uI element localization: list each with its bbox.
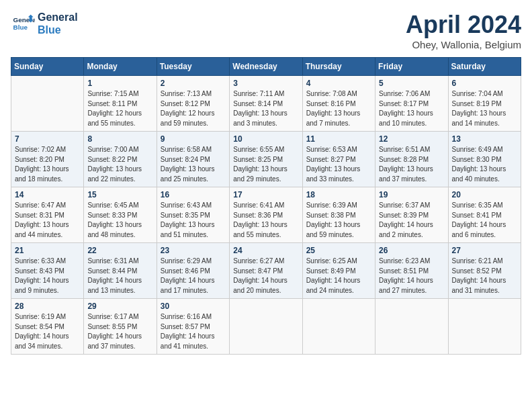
day-number: 3	[233, 79, 298, 88]
day-cell	[11, 76, 84, 132]
day-cell: 12Sunrise: 6:51 AMSunset: 8:28 PMDayligh…	[375, 132, 448, 187]
day-info: Sunrise: 6:33 AMSunset: 8:43 PMDaylight:…	[15, 257, 80, 295]
day-number: 10	[233, 134, 298, 144]
day-number: 5	[379, 79, 444, 88]
day-number: 25	[306, 246, 371, 255]
day-cell: 11Sunrise: 6:53 AMSunset: 8:27 PMDayligh…	[302, 132, 375, 187]
day-info: Sunrise: 6:35 AMSunset: 8:41 PMDaylight:…	[452, 201, 517, 240]
day-number: 24	[233, 246, 298, 255]
column-header-tuesday: Tuesday	[157, 58, 229, 76]
month-title: April 2024	[406, 11, 521, 39]
day-number: 19	[379, 190, 444, 199]
day-cell: 14Sunrise: 6:47 AMSunset: 8:31 PMDayligh…	[11, 187, 84, 243]
day-info: Sunrise: 6:39 AMSunset: 8:38 PMDaylight:…	[306, 201, 371, 240]
day-cell: 22Sunrise: 6:31 AMSunset: 8:44 PMDayligh…	[84, 243, 157, 299]
day-cell: 18Sunrise: 6:39 AMSunset: 8:38 PMDayligh…	[302, 187, 375, 243]
day-number: 13	[452, 134, 517, 144]
day-cell: 20Sunrise: 6:35 AMSunset: 8:41 PMDayligh…	[448, 187, 521, 243]
column-header-thursday: Thursday	[302, 58, 375, 76]
day-cell: 19Sunrise: 6:37 AMSunset: 8:39 PMDayligh…	[375, 187, 448, 243]
day-number: 11	[306, 134, 371, 144]
day-number: 26	[379, 246, 444, 255]
day-info: Sunrise: 6:23 AMSunset: 8:51 PMDaylight:…	[379, 257, 444, 295]
day-number: 14	[15, 190, 80, 199]
day-number: 30	[161, 302, 226, 311]
week-row-3: 14Sunrise: 6:47 AMSunset: 8:31 PMDayligh…	[11, 187, 521, 243]
day-number: 12	[379, 134, 444, 144]
week-row-1: 1Sunrise: 7:15 AMSunset: 8:11 PMDaylight…	[11, 76, 521, 132]
day-number: 4	[306, 79, 371, 88]
svg-text:Blue: Blue	[13, 24, 28, 31]
page-header: General Blue General Blue April 2024 Ohe…	[11, 11, 521, 50]
logo-icon: General Blue	[11, 11, 35, 36]
column-header-saturday: Saturday	[448, 58, 521, 76]
day-info: Sunrise: 6:47 AMSunset: 8:31 PMDaylight:…	[15, 201, 80, 240]
day-number: 8	[87, 134, 152, 144]
day-info: Sunrise: 7:13 AMSunset: 8:12 PMDaylight:…	[161, 89, 226, 128]
location: Ohey, Wallonia, Belgium	[406, 39, 521, 50]
day-cell: 5Sunrise: 7:06 AMSunset: 8:17 PMDaylight…	[375, 76, 448, 132]
day-cell: 26Sunrise: 6:23 AMSunset: 8:51 PMDayligh…	[375, 243, 448, 299]
day-info: Sunrise: 6:27 AMSunset: 8:47 PMDaylight:…	[233, 257, 298, 295]
week-row-2: 7Sunrise: 7:02 AMSunset: 8:20 PMDaylight…	[11, 132, 521, 187]
day-cell: 15Sunrise: 6:45 AMSunset: 8:33 PMDayligh…	[84, 187, 157, 243]
day-cell: 16Sunrise: 6:43 AMSunset: 8:35 PMDayligh…	[157, 187, 229, 243]
day-number: 2	[161, 79, 226, 88]
day-cell: 13Sunrise: 6:49 AMSunset: 8:30 PMDayligh…	[448, 132, 521, 187]
day-cell: 10Sunrise: 6:55 AMSunset: 8:25 PMDayligh…	[230, 132, 302, 187]
header-row: SundayMondayTuesdayWednesdayThursdayFrid…	[11, 58, 521, 76]
title-block: April 2024 Ohey, Wallonia, Belgium	[406, 11, 521, 50]
day-number: 7	[15, 134, 80, 144]
day-cell: 25Sunrise: 6:25 AMSunset: 8:49 PMDayligh…	[302, 243, 375, 299]
day-cell	[230, 299, 302, 355]
day-info: Sunrise: 6:16 AMSunset: 8:57 PMDaylight:…	[161, 312, 226, 351]
day-info: Sunrise: 6:53 AMSunset: 8:27 PMDaylight:…	[306, 145, 371, 184]
day-cell: 23Sunrise: 6:29 AMSunset: 8:46 PMDayligh…	[157, 243, 229, 299]
day-cell	[375, 299, 448, 355]
day-cell: 29Sunrise: 6:17 AMSunset: 8:55 PMDayligh…	[84, 299, 157, 355]
day-cell: 1Sunrise: 7:15 AMSunset: 8:11 PMDaylight…	[84, 76, 157, 132]
day-info: Sunrise: 7:06 AMSunset: 8:17 PMDaylight:…	[379, 89, 444, 128]
day-cell	[302, 299, 375, 355]
day-number: 1	[87, 79, 152, 88]
day-info: Sunrise: 6:51 AMSunset: 8:28 PMDaylight:…	[379, 145, 444, 184]
day-cell	[448, 299, 521, 355]
day-number: 27	[452, 246, 517, 255]
column-header-friday: Friday	[375, 58, 448, 76]
day-info: Sunrise: 6:49 AMSunset: 8:30 PMDaylight:…	[452, 145, 517, 184]
day-number: 20	[452, 190, 517, 199]
day-cell: 2Sunrise: 7:13 AMSunset: 8:12 PMDaylight…	[157, 76, 229, 132]
day-number: 15	[87, 190, 152, 199]
calendar-table: SundayMondayTuesdayWednesdayThursdayFrid…	[11, 57, 521, 355]
day-info: Sunrise: 7:00 AMSunset: 8:22 PMDaylight:…	[87, 145, 152, 184]
day-info: Sunrise: 6:29 AMSunset: 8:46 PMDaylight:…	[161, 257, 226, 295]
day-number: 18	[306, 190, 371, 199]
day-cell: 21Sunrise: 6:33 AMSunset: 8:43 PMDayligh…	[11, 243, 84, 299]
day-info: Sunrise: 6:19 AMSunset: 8:54 PMDaylight:…	[15, 312, 80, 351]
day-cell: 24Sunrise: 6:27 AMSunset: 8:47 PMDayligh…	[230, 243, 302, 299]
day-cell: 27Sunrise: 6:21 AMSunset: 8:52 PMDayligh…	[448, 243, 521, 299]
column-header-wednesday: Wednesday	[230, 58, 302, 76]
logo-general: General	[38, 11, 78, 24]
day-info: Sunrise: 6:37 AMSunset: 8:39 PMDaylight:…	[379, 201, 444, 240]
day-info: Sunrise: 6:58 AMSunset: 8:24 PMDaylight:…	[161, 145, 226, 184]
day-number: 22	[87, 246, 152, 255]
week-row-5: 28Sunrise: 6:19 AMSunset: 8:54 PMDayligh…	[11, 299, 521, 355]
day-cell: 9Sunrise: 6:58 AMSunset: 8:24 PMDaylight…	[157, 132, 229, 187]
day-number: 16	[161, 190, 226, 199]
day-info: Sunrise: 6:17 AMSunset: 8:55 PMDaylight:…	[87, 312, 152, 351]
day-info: Sunrise: 6:21 AMSunset: 8:52 PMDaylight:…	[452, 257, 517, 295]
day-info: Sunrise: 6:41 AMSunset: 8:36 PMDaylight:…	[233, 201, 298, 240]
day-info: Sunrise: 7:08 AMSunset: 8:16 PMDaylight:…	[306, 89, 371, 128]
column-header-sunday: Sunday	[11, 58, 84, 76]
day-info: Sunrise: 6:43 AMSunset: 8:35 PMDaylight:…	[161, 201, 226, 240]
logo: General Blue General Blue	[11, 11, 78, 36]
week-row-4: 21Sunrise: 6:33 AMSunset: 8:43 PMDayligh…	[11, 243, 521, 299]
day-number: 9	[161, 134, 226, 144]
day-info: Sunrise: 7:11 AMSunset: 8:14 PMDaylight:…	[233, 89, 298, 128]
day-number: 28	[15, 302, 80, 311]
day-info: Sunrise: 7:15 AMSunset: 8:11 PMDaylight:…	[87, 89, 152, 128]
day-number: 23	[161, 246, 226, 255]
day-number: 6	[452, 79, 517, 88]
day-cell: 6Sunrise: 7:04 AMSunset: 8:19 PMDaylight…	[448, 76, 521, 132]
